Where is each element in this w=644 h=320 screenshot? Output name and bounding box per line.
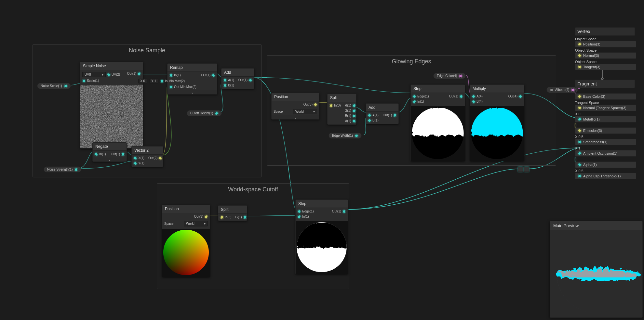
node-step-glow[interactable]: Step Edge(1) In(1) Out(1): [410, 84, 465, 161]
port-out[interactable]: Out(3): [192, 214, 210, 219]
port-out[interactable]: Out(1): [199, 73, 217, 77]
port-a[interactable]: A(4): [470, 94, 485, 98]
port-out[interactable]: [459, 74, 462, 78]
collapse-toggle[interactable]: [93, 158, 127, 161]
property-edge-color[interactable]: Edge Color(4): [433, 73, 466, 79]
port-uv[interactable]: UV0 UV(2): [80, 71, 122, 78]
toggle-a[interactable]: [518, 167, 523, 172]
node-title: Add: [221, 69, 254, 77]
port-b[interactable]: B(1): [221, 83, 236, 87]
port-x[interactable]: X(1): [132, 156, 146, 160]
label: Edge Color(4): [437, 74, 457, 78]
space-dropdown[interactable]: World: [293, 109, 317, 114]
port-out[interactable]: Out(3): [302, 102, 319, 107]
fragment-alpha-clip[interactable]: Alpha Clip Threshold(1): [575, 173, 636, 179]
port-out[interactable]: Out(1): [236, 78, 254, 82]
port-out[interactable]: Out(1): [125, 71, 143, 76]
label: In(1): [174, 73, 181, 77]
uv-dropdown[interactable]: UV0: [82, 72, 106, 77]
node-title: Simple Noise: [80, 62, 143, 70]
node-split-cutoff[interactable]: Split In(3) G(1): [218, 205, 247, 221]
vertex-tangent[interactable]: Tangent(3): [575, 64, 636, 70]
port-out[interactable]: Out(4): [506, 94, 524, 98]
fragment-metallic[interactable]: Metallic(1): [575, 116, 636, 122]
node-position-glow[interactable]: Position Out(3) Space World: [271, 93, 319, 120]
node-multiply[interactable]: Multiply A(4) B(4) Out(4): [470, 84, 524, 161]
fragment-alpha[interactable]: Alpha(1): [575, 161, 636, 168]
port-b[interactable]: B(4): [470, 99, 485, 104]
port-b[interactable]: B(1): [343, 114, 358, 118]
wire-toggle[interactable]: [518, 167, 529, 172]
label: G(1): [235, 215, 242, 219]
master-title: Vertex: [575, 27, 635, 36]
node-simple-noise[interactable]: Simple Noise UV0 UV(2) Scale(1) Out(1): [80, 62, 143, 149]
port-in[interactable]: In(3): [328, 103, 343, 108]
main-preview-viewport[interactable]: [550, 230, 642, 316]
port-out[interactable]: [571, 88, 574, 92]
toggle-b[interactable]: [524, 167, 529, 172]
vertex-normal[interactable]: Normal(3): [575, 52, 636, 59]
port-r[interactable]: R(1): [343, 103, 357, 108]
label: B(1): [372, 119, 379, 122]
fragment-normal[interactable]: Normal (Tangent Space)(3): [575, 105, 636, 111]
node-add-glow[interactable]: Add A(1) B(1) Out(1): [366, 103, 399, 124]
port-in[interactable]: [550, 88, 553, 92]
port-edge[interactable]: Edge(1): [296, 209, 316, 213]
node-remap[interactable]: Remap In(1) X 0 Y 1 In Min Max(2) Out Mi…: [167, 63, 217, 95]
port-out[interactable]: Out(2): [146, 156, 164, 160]
port-out-min-max[interactable]: Out Min Max(2): [168, 85, 198, 89]
port-g[interactable]: G(1): [234, 215, 248, 219]
node-split-glow[interactable]: Split In(3) R(1) G(1) B(1) A(1): [327, 94, 356, 125]
port-g[interactable]: G(1): [343, 109, 358, 113]
property-cutoff-height[interactable]: Cutoff Height(1): [187, 110, 222, 116]
property-albedo[interactable]: Albedo(4): [546, 87, 578, 93]
field-y[interactable]: Y 1: [149, 79, 158, 83]
port-edge[interactable]: Edge(1): [411, 94, 431, 98]
node-negate[interactable]: Negate In(1) Out(1): [92, 142, 127, 162]
port-in[interactable]: In(1): [93, 152, 108, 156]
port-a[interactable]: A(1): [221, 78, 236, 82]
port-in[interactable]: In(1): [168, 73, 183, 77]
node-position-cutoff[interactable]: Position Out(3) Space World: [162, 205, 210, 277]
node-vector2[interactable]: Vector 2 X(1) Y(1) Out(2): [131, 146, 163, 167]
property-noise-scale[interactable]: Noise Scale(1): [37, 83, 71, 89]
port-in[interactable]: In(1): [296, 214, 311, 219]
port-a[interactable]: A(1): [366, 113, 381, 117]
port-b[interactable]: B(1): [366, 118, 381, 122]
port-out[interactable]: [74, 168, 78, 171]
collapse-toggle[interactable]: [168, 90, 217, 94]
node-add-noise[interactable]: Add A(1) B(1) Out(1): [221, 68, 254, 89]
fragment-ao[interactable]: Ambient Occlusion(1): [575, 150, 636, 157]
master-vertex[interactable]: Vertex Object Space Position(3) Object S…: [575, 27, 636, 71]
master-fragment[interactable]: Fragment Base Color(3) Tangent Space Nor…: [575, 80, 636, 180]
property-noise-strength[interactable]: Noise Strength(1): [44, 166, 81, 173]
space-dropdown[interactable]: World: [184, 221, 208, 226]
port-out[interactable]: [215, 112, 218, 115]
port-in[interactable]: In(1): [411, 99, 426, 104]
node-step-cutoff[interactable]: Step Edge(1) In(1) Out(1): [295, 199, 348, 274]
field-x[interactable]: X 0: [138, 79, 147, 83]
port-scale[interactable]: Scale(1): [80, 79, 101, 83]
port-out[interactable]: Out(1): [447, 94, 465, 98]
property-edge-width[interactable]: Edge Width(1): [329, 133, 362, 139]
port-a[interactable]: A(1): [343, 119, 358, 123]
vertex-position[interactable]: Position(3): [575, 41, 636, 47]
port-out[interactable]: Out(1): [109, 152, 127, 156]
port-in[interactable]: In(3): [218, 215, 234, 219]
fragment-emission[interactable]: Emission(3): [575, 127, 636, 134]
lead: Object Space: [575, 37, 597, 41]
port-y[interactable]: Y(1): [132, 161, 146, 165]
collapse-toggle[interactable]: [272, 115, 319, 119]
fragment-smoothness[interactable]: Smoothness(1): [575, 139, 636, 145]
port-out[interactable]: Out(1): [330, 209, 348, 213]
node-title: Vector 2: [132, 147, 163, 155]
node-title: Position: [162, 205, 210, 213]
node-title: Split: [218, 206, 247, 214]
fragment-base-color[interactable]: Base Color(3): [575, 93, 636, 100]
port-out[interactable]: [64, 84, 67, 88]
port-out[interactable]: Out(1): [381, 113, 398, 117]
svg-rect-8: [470, 106, 524, 134]
main-preview-panel[interactable]: Main Preview: [550, 221, 643, 318]
port-in-min-max[interactable]: X 0 Y 1 In Min Max(2): [136, 78, 187, 84]
port-out[interactable]: [355, 134, 358, 137]
